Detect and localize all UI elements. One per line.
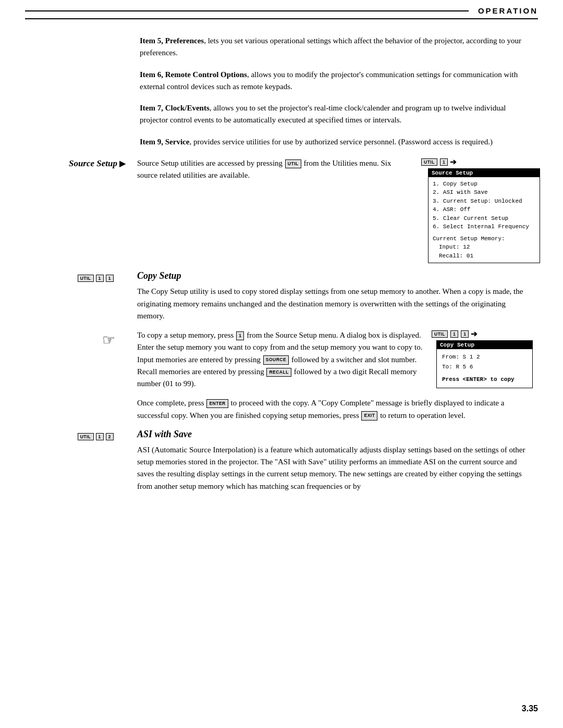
- item7-para: Item 7, Clock/Events, allows you to set …: [140, 102, 522, 127]
- arrow-badge: ➔: [450, 157, 457, 167]
- source-setup-intro: Source Setup utilities are accessed by p…: [137, 159, 283, 167]
- screen-footer-label: Current Setup Memory:: [433, 235, 535, 243]
- copy-screen-body: From: S 1 2 To: R 5 6 Press <ENTER> to c…: [437, 349, 532, 388]
- asi-label-col: UTIL 1 2: [25, 429, 137, 441]
- item6-bold: Item 6, Remote Control Options: [140, 70, 247, 79]
- copy-util-badge: UTIL: [78, 275, 94, 282]
- copy-setup-para: The Copy Setup utility is used to copy s…: [137, 286, 533, 322]
- copy-setup-heading: Copy Setup: [137, 270, 533, 281]
- asi-section: UTIL 1 2 ASI with Save ASI (Automatic So…: [25, 429, 538, 492]
- copy-setup-content: Copy Setup The Copy Setup utility is use…: [137, 270, 538, 322]
- asi-content: ASI with Save ASI (Automatic Source Inte…: [137, 429, 538, 492]
- recall-badge-inline: RECALL: [266, 368, 291, 377]
- page: OPERATION Item 5, Preferences, lets you …: [0, 0, 563, 728]
- copy-screen-box: Copy Setup From: S 1 2 To: R 5 6 Press <…: [436, 340, 533, 388]
- asi-heading: ASI with Save: [137, 429, 533, 440]
- util-badge-top: UTIL: [421, 158, 437, 166]
- copy-para3-label: [25, 397, 137, 398]
- item5-para: Item 5, Preferences, lets you set variou…: [140, 35, 522, 59]
- num1-badge: 1: [440, 158, 448, 166]
- header-wrapper: OPERATION: [0, 0, 563, 19]
- source-badge-row: UTIL 1 ➔: [421, 157, 533, 167]
- screen-footer: Current Setup Memory: Input: 12 Recall: …: [433, 235, 535, 261]
- item6-para: Item 6, Remote Control Options, allows y…: [140, 69, 522, 93]
- source-screen-body: 1. Copy Setup 2. ASI with Save 3. Curren…: [429, 177, 540, 263]
- screen-item-5: 5. Clear Current Setup: [433, 214, 535, 223]
- page-number: 3.35: [522, 704, 538, 713]
- screen-item-1: 1. Copy Setup: [433, 180, 535, 189]
- source-setup-content: Source Setup utilities are accessed by p…: [137, 157, 538, 264]
- copy-para3-prefix: Once complete, press: [137, 399, 204, 407]
- copy-badge-1a: 1: [450, 330, 458, 338]
- source-screen-title: Source Setup: [429, 169, 540, 177]
- copy-right-col: UTIL 1 1 ➔ Copy Setup From: S 1 2 To: R …: [431, 329, 533, 388]
- item9-para: Item 9, Service, provides service utilit…: [140, 136, 522, 148]
- asi-key-row: UTIL 1 2: [25, 433, 126, 440]
- asi-util-badge: UTIL: [78, 433, 94, 440]
- copy-badge-util: UTIL: [432, 330, 448, 338]
- screen-item-2: 2. ASI with Save: [433, 188, 535, 197]
- finger-icon-col: ☞: [25, 329, 137, 349]
- enter-badge: ENTER: [206, 399, 228, 408]
- source-setup-text-block: Source Setup utilities are accessed by p…: [137, 157, 412, 182]
- copy-setup-para2-row: ☞ To copy a setup memory, press 1 from t…: [25, 329, 538, 390]
- copy-screen-to: To: R 5 6: [442, 362, 527, 372]
- item7-bold: Item 7, Clock/Events: [140, 104, 210, 112]
- copy-inline-key: 1: [236, 331, 244, 340]
- copy-para3-end: to return to operation level.: [380, 411, 466, 419]
- finger-icon: ☞: [25, 331, 126, 349]
- item9-rest: , provides service utilities for use by …: [189, 138, 492, 146]
- screen-item-6: 6. Select Internal Frequency: [433, 223, 535, 231]
- copy-screen-press: Press <ENTER> to copy: [442, 375, 527, 385]
- screen-footer-input: Input: 12: [433, 243, 535, 252]
- copy-para3-content: Once complete, press ENTER to proceed wi…: [137, 397, 538, 422]
- source-screen-display: Source Setup 1. Copy Setup 2. ASI with S…: [428, 168, 540, 264]
- screen-item-4: 4. ASR: Off: [433, 205, 535, 214]
- asi-text: ASI (Automatic Source Interpolation) is …: [137, 444, 533, 492]
- copy-screen-from: From: S 1 2: [442, 352, 527, 362]
- copy-para2-prefix: To copy a setup memory, press: [137, 331, 234, 339]
- copy-screen-title: Copy Setup: [437, 341, 532, 349]
- source-setup-arrow: ▶: [119, 159, 126, 168]
- source-setup-label-col: Source Setup ▶: [25, 157, 137, 169]
- item9-bold: Item 9, Service: [140, 138, 189, 146]
- copy-para2-text: To copy a setup memory, press 1 from the…: [137, 329, 424, 390]
- copy-para2-inner: To copy a setup memory, press 1 from the…: [137, 329, 533, 390]
- source-screen-box: UTIL 1 ➔ Source Setup 1. Copy Setup 2. A…: [421, 157, 533, 264]
- source-setup-inner: Source Setup utilities are accessed by p…: [137, 157, 533, 264]
- asi-key-2: 2: [106, 433, 114, 440]
- exit-badge: EXIT: [361, 411, 377, 420]
- item5-bold: Item 5, Preferences: [140, 36, 204, 45]
- copy-key-1: 1: [96, 275, 104, 282]
- util-badge-inline: UTIL: [285, 159, 301, 168]
- screen-item-3: 3. Current Setup: Unlocked: [433, 197, 535, 206]
- source-badge-inline: SOURCE: [263, 355, 289, 364]
- header-line-left: [25, 10, 469, 11]
- asi-key-1: 1: [96, 433, 104, 440]
- copy-key-2: 1: [106, 275, 114, 282]
- copy-para2-content: To copy a setup memory, press 1 from the…: [137, 329, 538, 390]
- source-setup-section: Source Setup ▶ Source Setup utilities ar…: [25, 157, 538, 264]
- source-setup-label: Source Setup ▶: [25, 158, 126, 169]
- source-setup-text: Source Setup: [69, 158, 117, 169]
- screen-footer-recall: Recall: 01: [433, 252, 535, 261]
- copy-setup-key-row: UTIL 1 1: [25, 275, 126, 282]
- copy-setup-section: UTIL 1 1 Copy Setup The Copy Setup utili…: [25, 270, 538, 322]
- main-content: Item 5, Preferences, lets you set variou…: [0, 19, 563, 515]
- copy-badge-arrow: ➔: [471, 329, 478, 339]
- header-title: OPERATION: [478, 6, 538, 15]
- copy-para3-text: Once complete, press ENTER to proceed wi…: [137, 397, 533, 422]
- copy-badge-row-top: UTIL 1 1 ➔: [431, 329, 533, 339]
- copy-setup-label-col: UTIL 1 1: [25, 270, 137, 283]
- copy-setup-para3-row: Once complete, press ENTER to proceed wi…: [25, 397, 538, 422]
- copy-badge-1b: 1: [461, 330, 469, 338]
